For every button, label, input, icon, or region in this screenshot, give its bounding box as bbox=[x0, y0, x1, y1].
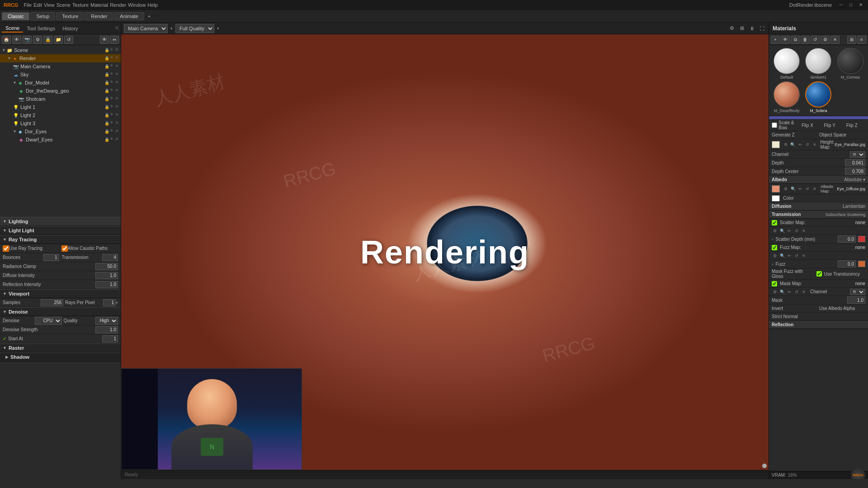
menu-help[interactable]: Help bbox=[147, 2, 158, 8]
channel-select[interactable]: RGBA bbox=[850, 151, 865, 158]
tree-item-sky[interactable]: ☁ Sky 🔒 👁 ⊕ bbox=[0, 70, 121, 79]
tree-vis-render[interactable]: 👁 bbox=[110, 56, 115, 61]
mat-x-button[interactable]: ✕ bbox=[830, 36, 840, 44]
tree-vis-dor-geo[interactable]: 👁 bbox=[110, 88, 115, 94]
swatch-m-cornea[interactable]: M_Cornea bbox=[835, 48, 865, 80]
menu-scene[interactable]: Scene bbox=[57, 2, 71, 8]
samples-input[interactable] bbox=[41, 299, 63, 306]
tab-classic[interactable]: Classic bbox=[2, 12, 29, 20]
scatter-clear-icon[interactable]: ✕ bbox=[801, 228, 807, 234]
tree-action-light2[interactable]: ⊕ bbox=[115, 113, 121, 118]
fuzz-edit-icon[interactable]: ✏ bbox=[786, 253, 793, 259]
tree-item-light1[interactable]: 💡 Light 1 🔒 👁 ⊕ bbox=[0, 103, 121, 111]
channel3-select[interactable]: RGBA bbox=[850, 289, 865, 295]
menu-render[interactable]: Render bbox=[110, 2, 126, 8]
tab-render[interactable]: Render bbox=[85, 12, 113, 20]
tab-scene[interactable]: Scene bbox=[2, 24, 23, 33]
ray-tracing-section-header[interactable]: ▼ Ray Tracing bbox=[0, 235, 121, 244]
tree-lock-light2[interactable]: 🔒 bbox=[104, 112, 110, 118]
tree-action-dor-eyes[interactable]: ⊕ bbox=[115, 129, 121, 134]
tree-action-dor-model[interactable]: ⊕ bbox=[115, 80, 121, 85]
panel-expand-button[interactable]: ⇱ bbox=[115, 26, 119, 31]
albedo-map-clear-icon[interactable]: ✕ bbox=[811, 186, 818, 192]
mask-map-checkbox[interactable] bbox=[772, 281, 777, 286]
tree-action-dwarf-eyes[interactable]: ⊕ bbox=[115, 137, 121, 142]
tree-action2-scene[interactable]: ⊞ bbox=[115, 47, 121, 53]
tree-lock-sky[interactable]: 🔒 bbox=[104, 71, 110, 78]
tree-action-render[interactable]: ⊕ bbox=[115, 56, 121, 61]
close-button[interactable]: ✕ bbox=[857, 2, 864, 8]
minimize-button[interactable]: ─ bbox=[837, 2, 844, 8]
mat-settings-button[interactable]: ⚙ bbox=[821, 36, 830, 44]
scatter-edit-icon[interactable]: ✏ bbox=[786, 228, 793, 234]
shadow-section-header[interactable]: ▶ Shadow bbox=[0, 352, 121, 361]
toolbar-arrows-btn[interactable]: ⇔ bbox=[110, 36, 119, 44]
maximize-button[interactable]: □ bbox=[847, 2, 854, 8]
bounces-input[interactable] bbox=[43, 254, 59, 261]
menu-edit[interactable]: Edit bbox=[33, 2, 42, 8]
albedo-map-settings-icon[interactable]: ⚙ bbox=[783, 186, 789, 192]
mask-refresh-icon[interactable]: ↺ bbox=[793, 289, 800, 295]
reflection-intensity-input[interactable] bbox=[95, 281, 118, 288]
diffuse-intensity-input[interactable] bbox=[95, 272, 118, 279]
add-tab-button[interactable]: + bbox=[145, 13, 153, 20]
scatter-depth-color[interactable] bbox=[858, 236, 865, 242]
tab-animate[interactable]: Animate bbox=[114, 12, 144, 20]
raster-section-header[interactable]: ▼ Raster bbox=[0, 343, 121, 352]
radiance-clamp-input[interactable] bbox=[95, 263, 118, 270]
tree-item-light3[interactable]: 💡 Light 3 🔒 👁 ⊕ bbox=[0, 119, 121, 127]
tree-lock-dor-geo[interactable]: 🔒 bbox=[104, 88, 110, 94]
scatter-depth-input[interactable] bbox=[838, 235, 856, 243]
albedo-swatch[interactable] bbox=[772, 185, 780, 192]
tree-item-dor-eyes[interactable]: ▼ ◆ Dor_Eyes 🔒 👁 ⊕ bbox=[0, 127, 121, 136]
fuzz-search-icon[interactable]: 🔍 bbox=[779, 253, 785, 259]
height-map-refresh-icon[interactable]: ↺ bbox=[804, 141, 811, 148]
tab-texture[interactable]: Texture bbox=[56, 12, 84, 20]
height-map-settings-icon[interactable]: ⚙ bbox=[783, 141, 789, 148]
vp-settings-icon[interactable]: ⚙ bbox=[728, 24, 736, 33]
tree-vis-dor-eyes[interactable]: 👁 bbox=[110, 129, 115, 134]
denoise-select[interactable]: CPU bbox=[35, 317, 62, 325]
tree-vis-light2[interactable]: 👁 bbox=[110, 113, 115, 118]
tree-action-shotcam[interactable]: ⊕ bbox=[115, 96, 121, 102]
viewport-area[interactable]: Rendering 人人素材 RRCG 人人素材 RRCG bbox=[121, 34, 769, 470]
rays-per-pixel-input[interactable] bbox=[103, 299, 116, 306]
swatch-m-sclera[interactable]: M_Sclera bbox=[803, 81, 833, 113]
height-map-search-icon[interactable]: 🔍 bbox=[790, 141, 796, 148]
start-at-input[interactable] bbox=[102, 335, 118, 343]
tree-vis-dor-model[interactable]: 👁 bbox=[110, 80, 115, 85]
fuzz-color[interactable] bbox=[858, 261, 865, 267]
lighting-section-header[interactable]: ▼ Lighting bbox=[0, 217, 121, 226]
toolbar-home-btn[interactable]: 🏠 bbox=[2, 36, 11, 44]
tab-setup[interactable]: Setup bbox=[30, 12, 55, 20]
toolbar-visibility-btn[interactable]: 👁 bbox=[100, 36, 109, 44]
vp-pause-icon[interactable]: ⏸ bbox=[748, 24, 756, 33]
tree-item-light2[interactable]: 💡 Light 2 🔒 👁 ⊕ bbox=[0, 111, 121, 119]
tree-vis-dwarf-eyes[interactable]: 👁 bbox=[110, 137, 115, 142]
tree-lock-light3[interactable]: 🔒 bbox=[104, 120, 110, 127]
mat-search-button[interactable]: ⊞ bbox=[847, 36, 856, 44]
tree-lock-light1[interactable]: 🔒 bbox=[104, 104, 110, 110]
mat-reset-button[interactable]: ↺ bbox=[811, 36, 820, 44]
scatter-search-icon[interactable]: 🔍 bbox=[779, 228, 785, 234]
tree-vis-light1[interactable]: 👁 bbox=[110, 104, 115, 110]
toolbar-settings-btn[interactable]: ⚙ bbox=[33, 36, 42, 44]
tree-item-shotcam[interactable]: 📷 Shotcam 🔒 👁 ⊕ bbox=[0, 95, 121, 103]
tree-item-render[interactable]: ▼ ● Render 🔒 👁 ⊕ bbox=[0, 54, 121, 62]
tree-lock-scene[interactable]: 🔒 bbox=[104, 47, 110, 53]
toolbar-eye-btn[interactable]: 👁 bbox=[12, 36, 21, 44]
albedo-map-edit-icon[interactable]: ✏ bbox=[797, 186, 803, 192]
mask-edit-icon[interactable]: ✏ bbox=[786, 289, 793, 295]
allow-caustic-paths-checkbox[interactable] bbox=[61, 245, 68, 252]
fuzz-settings-icon[interactable]: ⚙ bbox=[772, 253, 778, 259]
albedo-map-refresh-icon[interactable]: ↺ bbox=[804, 186, 811, 192]
tree-lock-dor-model[interactable]: 🔒 bbox=[104, 80, 110, 86]
mat-eye-button[interactable]: 👁 bbox=[781, 36, 790, 44]
tree-vis-light3[interactable]: 👁 bbox=[110, 121, 115, 126]
height-map-swatch[interactable] bbox=[772, 141, 780, 148]
fuzz-clear-icon[interactable]: ✕ bbox=[801, 253, 807, 259]
swatch-default[interactable]: Default bbox=[772, 48, 802, 80]
menu-file[interactable]: File bbox=[24, 2, 32, 8]
mask-settings-icon[interactable]: ⚙ bbox=[772, 289, 778, 295]
mask-input[interactable] bbox=[847, 296, 865, 304]
